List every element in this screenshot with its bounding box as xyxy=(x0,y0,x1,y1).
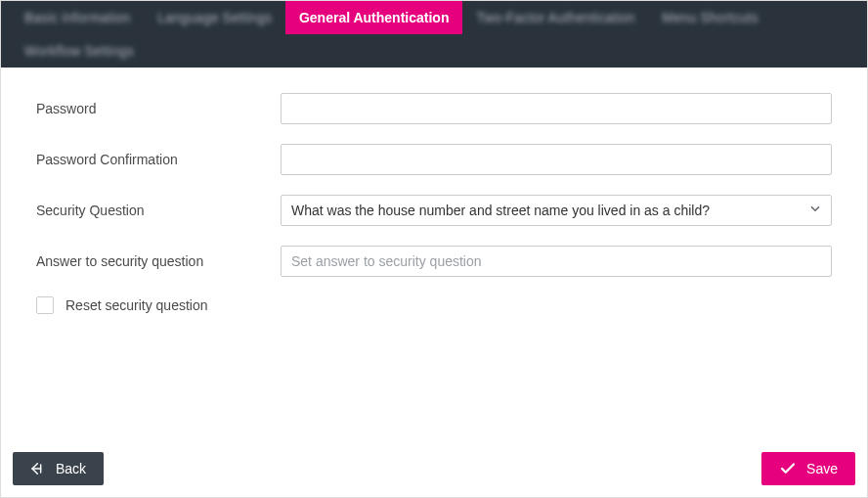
form-content: Password Password Confirmation Security … xyxy=(1,68,867,442)
password-confirm-input[interactable] xyxy=(281,144,832,175)
label-answer: Answer to security question xyxy=(36,253,281,269)
back-button-label: Back xyxy=(56,461,86,476)
label-password: Password xyxy=(36,101,281,116)
control-wrap-answer xyxy=(281,246,832,277)
tab-two-factor-authentication[interactable]: Two-Factor Authentication xyxy=(462,1,648,34)
save-button-label: Save xyxy=(806,461,838,476)
tab-workflow-settings[interactable]: Workflow Settings xyxy=(11,34,148,68)
tab-bar: Basic Information Language Settings Gene… xyxy=(1,1,867,68)
security-question-select[interactable]: What was the house number and street nam… xyxy=(281,195,832,226)
control-wrap-password xyxy=(281,93,832,124)
password-input[interactable] xyxy=(281,93,832,124)
row-password-confirm: Password Confirmation xyxy=(36,144,832,175)
tab-language-settings[interactable]: Language Settings xyxy=(144,1,285,34)
row-answer: Answer to security question xyxy=(36,246,832,277)
footer-bar: Back Save xyxy=(1,442,867,497)
label-password-confirm: Password Confirmation xyxy=(36,152,281,167)
tab-menu-shortcuts[interactable]: Menu Shortcuts xyxy=(648,1,771,34)
row-reset-security-question: Reset security question xyxy=(36,296,832,314)
tab-basic-information[interactable]: Basic Information xyxy=(11,1,144,34)
control-wrap-password-confirm xyxy=(281,144,832,175)
control-wrap-security-question: What was the house number and street nam… xyxy=(281,195,832,226)
check-icon xyxy=(779,460,797,477)
settings-panel: Basic Information Language Settings Gene… xyxy=(0,0,868,498)
row-security-question: Security Question What was the house num… xyxy=(36,195,832,226)
label-reset-security-question: Reset security question xyxy=(65,297,208,313)
answer-input[interactable] xyxy=(281,246,832,277)
back-arrow-icon xyxy=(30,461,46,476)
save-button[interactable]: Save xyxy=(761,452,855,485)
back-button[interactable]: Back xyxy=(13,452,104,485)
label-security-question: Security Question xyxy=(36,203,281,218)
reset-security-question-checkbox[interactable] xyxy=(36,296,54,314)
tab-general-authentication[interactable]: General Authentication xyxy=(285,1,463,34)
row-password: Password xyxy=(36,93,832,124)
